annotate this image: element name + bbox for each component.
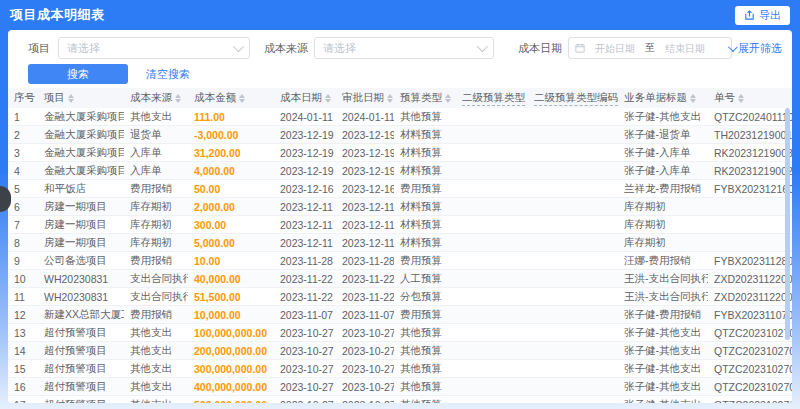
sort-caret-icon[interactable]	[68, 94, 74, 103]
cell-doc_title: 汪娜-费用报销	[618, 254, 708, 268]
cell-budget_type: 其他预算	[394, 380, 456, 394]
table-row: 5和平饭店费用报销50.002023-12-162023-12-16费用预算兰祥…	[8, 180, 792, 198]
project-select[interactable]	[58, 37, 250, 59]
cell-source: 费用报销	[124, 182, 188, 196]
cell-doc_no: QTZC20231027002	[708, 381, 792, 393]
cell-approve_date: 2023-10-27	[336, 327, 394, 339]
content-card: 项目 成本来源 成本日期 至 展开筛选	[8, 30, 792, 403]
export-button[interactable]: 导出	[735, 6, 790, 25]
expand-filters-label: 展开筛选	[738, 41, 782, 56]
cell-budget_type: 费用预算	[394, 182, 456, 196]
top-bar: 项目成本明细表 导出	[0, 0, 800, 30]
cell-source: 支出合同执行	[124, 290, 188, 304]
cell-cost_date: 2023-12-11	[274, 219, 336, 231]
cell-amount: 2,000.00	[188, 201, 274, 213]
cell-source: 其他支出	[124, 398, 188, 404]
column-header-source[interactable]: 成本来源	[124, 91, 188, 105]
column-header-budget_type[interactable]: 预算类型	[394, 91, 456, 105]
date-range-separator: 至	[645, 41, 655, 55]
sort-caret-icon[interactable]	[445, 94, 451, 103]
cell-project: 金融大厦采购项目	[38, 110, 124, 124]
cell-project: 超付预警项目	[38, 398, 124, 404]
cell-approve_date: 2023-10-27	[336, 363, 394, 375]
column-header-doc_title[interactable]: 业务单据标题	[618, 91, 708, 105]
cell-doc_title: 张子健-退货单	[618, 128, 708, 142]
clear-search-link[interactable]: 清空搜索	[146, 67, 190, 82]
column-header-project[interactable]: 项目	[38, 91, 124, 105]
cell-doc_title: 张子健-其他支出	[618, 326, 708, 340]
table-row: 12新建XX总部大厦工程二期费用报销10,000.002023-11-07202…	[8, 306, 792, 324]
sort-caret-icon[interactable]	[690, 94, 696, 103]
project-select-input[interactable]	[67, 42, 233, 54]
cell-cost_date: 2023-11-28	[274, 255, 336, 267]
cell-source: 费用报销	[124, 254, 188, 268]
cell-doc_title: 张子健-其他支出	[618, 110, 708, 124]
cell-amount: 300.00	[188, 219, 274, 231]
page-title: 项目成本明细表	[10, 6, 105, 24]
cost-source-select[interactable]	[314, 37, 494, 59]
chevron-down-icon	[728, 42, 738, 52]
cell-approve_date: 2023-10-27	[336, 399, 394, 404]
cell-amount: 100,000,000.00	[188, 327, 274, 339]
cost-date-range-picker[interactable]: 至	[568, 37, 732, 59]
cell-project: 房建一期项目	[38, 236, 124, 250]
cell-doc_title: 库存期初	[618, 200, 708, 214]
cell-index: 11	[8, 291, 38, 303]
cell-approve_date: 2024-01-11	[336, 111, 394, 123]
column-header-sub_budget_type[interactable]: 二级预算类型	[456, 91, 528, 106]
cell-cost_date: 2023-11-22	[274, 273, 336, 285]
cell-doc_no: TH20231219001	[708, 129, 792, 141]
sort-caret-icon[interactable]	[175, 94, 181, 103]
column-label: 单号	[714, 91, 735, 105]
cell-doc_title: 张子健-入库单	[618, 164, 708, 178]
cell-index: 6	[8, 201, 38, 213]
column-label: 二级预算类型编码	[534, 91, 618, 106]
cell-budget_type: 材料预算	[394, 236, 456, 250]
cell-source: 库存期初	[124, 236, 188, 250]
cell-project: 新建XX总部大厦工程二期	[38, 308, 124, 322]
sort-caret-icon[interactable]	[239, 94, 245, 103]
export-button-label: 导出	[759, 8, 781, 23]
expand-filters-link[interactable]: 展开筛选	[728, 36, 782, 60]
cell-approve_date: 2023-12-11	[336, 201, 394, 213]
cost-source-select-input[interactable]	[323, 42, 477, 54]
column-label: 成本来源	[130, 91, 172, 105]
column-header-approve_date[interactable]: 审批日期	[336, 91, 394, 105]
sort-caret-icon[interactable]	[738, 94, 744, 103]
search-button[interactable]: 搜索	[28, 64, 128, 84]
column-label: 预算类型	[400, 91, 442, 105]
table-row: 2金融大厦采购项目退货单-3,000.002023-12-192023-12-1…	[8, 126, 792, 144]
vertical-scrollbar[interactable]	[785, 108, 790, 340]
cell-approve_date: 2023-12-19	[336, 129, 394, 141]
column-label: 序号	[14, 91, 35, 105]
cell-doc_title: 兰祥龙-费用报销	[618, 182, 708, 196]
column-header-amount[interactable]: 成本金额	[188, 91, 274, 105]
cell-cost_date: 2023-10-27	[274, 381, 336, 393]
cell-approve_date: 2023-11-22	[336, 273, 394, 285]
column-header-index: 序号	[8, 91, 38, 105]
cell-cost_date: 2023-10-27	[274, 345, 336, 357]
start-date-input[interactable]	[589, 43, 641, 54]
column-header-sub_budget_code[interactable]: 二级预算类型编码	[528, 91, 618, 106]
cell-amount: 5,000.00	[188, 237, 274, 249]
sort-caret-icon[interactable]	[325, 94, 331, 103]
cell-source: 其他支出	[124, 326, 188, 340]
cell-amount: 400,000,000.00	[188, 381, 274, 393]
sort-caret-icon[interactable]	[387, 94, 393, 103]
cell-amount: -3,000.00	[188, 129, 274, 141]
cell-index: 2	[8, 129, 38, 141]
cell-amount: 200,000,000.00	[188, 345, 274, 357]
column-header-cost_date[interactable]: 成本日期	[274, 91, 336, 105]
cell-cost_date: 2023-12-19	[274, 165, 336, 177]
column-header-doc_no[interactable]: 单号	[708, 91, 792, 105]
cell-doc_title: 张子健-其他支出	[618, 380, 708, 394]
chevron-down-icon	[233, 41, 244, 52]
cell-index: 1	[8, 111, 38, 123]
cell-cost_date: 2023-10-27	[274, 363, 336, 375]
cell-cost_date: 2023-11-22	[274, 291, 336, 303]
cell-index: 10	[8, 273, 38, 285]
end-date-input[interactable]	[659, 43, 711, 54]
cell-doc_title: 库存期初	[618, 218, 708, 232]
cell-doc_title: 王洪-支出合同执行	[618, 272, 708, 286]
column-label: 业务单据标题	[624, 91, 687, 105]
